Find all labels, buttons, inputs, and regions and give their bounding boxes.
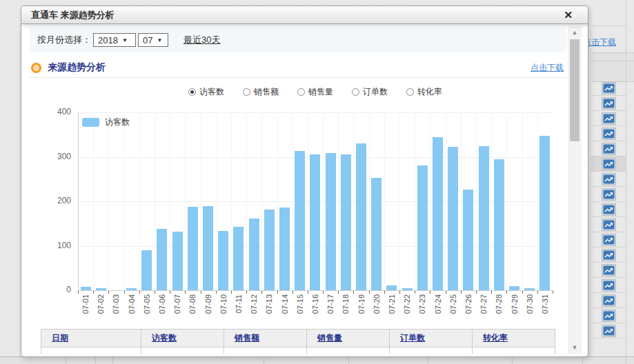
axis-tick (461, 291, 462, 294)
modal-titlebar: 直通车 来源趋势分析 ✕ (21, 6, 588, 24)
axis-tick (108, 291, 109, 294)
line-chart-icon[interactable] (602, 112, 616, 125)
close-icon[interactable]: ✕ (564, 8, 573, 21)
axis-tick (185, 291, 186, 294)
table-header-cell: 销售量 (307, 330, 390, 347)
gridline-h (78, 112, 553, 113)
axis-tick (323, 291, 324, 294)
line-chart-icon[interactable] (602, 143, 616, 155)
bg-table-row (591, 96, 626, 111)
table-header-link[interactable]: 访客数 (152, 333, 177, 343)
table-header-link[interactable]: 订单数 (400, 333, 425, 343)
line-chart-icon[interactable] (602, 264, 616, 276)
bar (295, 151, 305, 290)
table-cell (141, 347, 224, 354)
gridline-v (293, 112, 293, 290)
bar (433, 137, 443, 290)
axis-tick (476, 291, 477, 294)
bg-column-divider (512, 358, 513, 364)
axis-tick (415, 291, 415, 294)
line-chart-icon[interactable] (602, 325, 616, 337)
table-header-cell: 销售额 (224, 330, 307, 347)
axis-tick (231, 291, 232, 294)
table-header-cell: 转化率 (473, 330, 555, 347)
axis-tick (139, 291, 140, 294)
bg-column-divider (66, 358, 66, 364)
axis-tick (506, 291, 507, 294)
table-header-link[interactable]: 转化率 (483, 333, 508, 343)
axis-tick (308, 291, 308, 294)
bg-table-row (591, 126, 626, 141)
line-chart-icon[interactable] (602, 173, 616, 185)
legend-label: 访客数 (105, 117, 130, 128)
bg-column-divider (582, 358, 583, 364)
bar (341, 154, 351, 290)
x-axis (78, 290, 553, 291)
gridline-v (108, 112, 109, 290)
data-table: 日期访客数销售额销售量订单数转化率 (41, 329, 555, 354)
legend-swatch (82, 118, 99, 127)
line-chart-icon[interactable] (602, 203, 616, 216)
line-chart-icon[interactable] (602, 234, 616, 246)
gridline-v (537, 112, 538, 290)
bar (386, 285, 397, 290)
gridline-v (384, 112, 385, 290)
bar (249, 219, 259, 290)
bg-column-divider (112, 358, 113, 364)
axis-tick (246, 291, 247, 294)
gridline-v (506, 112, 507, 290)
axis-tick (430, 291, 430, 294)
gridline-v (415, 112, 415, 290)
scrollbar-thumb[interactable] (570, 39, 579, 141)
bg-table-row (591, 323, 626, 338)
modal-scrollbar[interactable]: ▲ ▼ (568, 26, 582, 354)
axis-tick (399, 291, 400, 294)
line-chart-icon[interactable] (602, 249, 616, 261)
bar (509, 286, 519, 290)
line-chart-icon[interactable] (602, 219, 616, 231)
line-chart-icon[interactable] (602, 188, 616, 201)
bar (81, 287, 91, 290)
gridline-v (124, 112, 125, 290)
table-cell (473, 347, 555, 354)
line-chart-icon[interactable] (602, 279, 616, 292)
bar (326, 153, 336, 290)
bar (310, 154, 320, 290)
gridline-v (323, 112, 324, 290)
line-chart-icon[interactable] (602, 128, 616, 140)
bar (524, 288, 535, 290)
gridline-v (139, 112, 140, 290)
scroll-down-icon[interactable]: ▼ (568, 344, 582, 351)
bg-column-divider (626, 358, 626, 364)
gridline-v (308, 112, 308, 290)
table-header-link[interactable]: 日期 (52, 333, 68, 343)
bar (233, 227, 244, 290)
line-chart-icon[interactable] (602, 82, 616, 94)
bar (141, 250, 152, 290)
table-header-link[interactable]: 销售额 (235, 333, 259, 343)
bar (188, 207, 198, 290)
bg-table-rows (591, 81, 626, 356)
gridline-v (461, 112, 462, 290)
axis-tick (522, 291, 523, 294)
scroll-up-icon[interactable]: ▲ (568, 29, 582, 36)
axis-tick (216, 291, 217, 294)
y-axis-label: 400 (43, 107, 71, 117)
gridline-v (491, 112, 492, 290)
bg-table-row (591, 111, 626, 126)
axis-tick (384, 291, 385, 294)
bg-table-row (591, 263, 626, 278)
line-chart-icon[interactable] (602, 97, 616, 110)
bar (279, 208, 290, 290)
axis-tick (155, 291, 155, 294)
line-chart-icon[interactable] (602, 158, 616, 170)
table-header-link[interactable]: 销售量 (317, 333, 342, 343)
bg-column-divider (428, 358, 428, 364)
bar (157, 229, 167, 290)
gridline-v (277, 112, 278, 290)
gridline-v (399, 112, 400, 290)
bg-table-row (591, 308, 626, 323)
line-chart-icon[interactable] (602, 294, 616, 307)
bar (264, 210, 275, 290)
line-chart-icon[interactable] (602, 310, 616, 322)
